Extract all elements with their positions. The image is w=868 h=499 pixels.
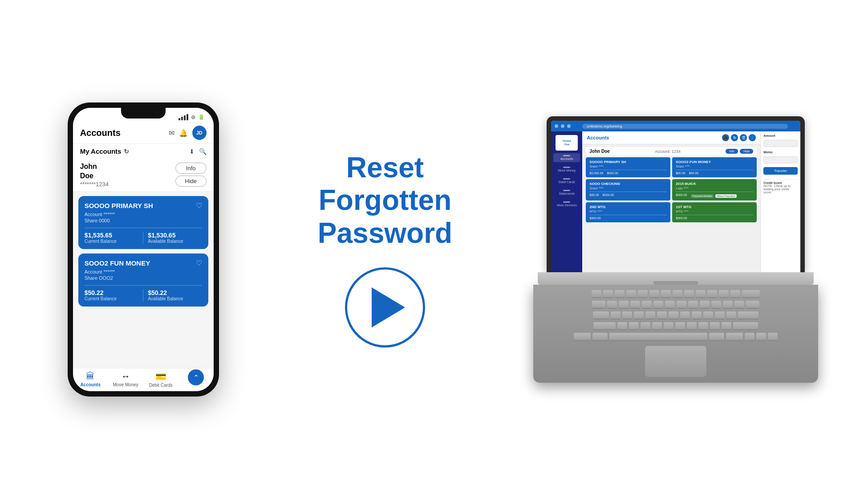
center-section: Reset Forgotten Password [292,151,479,348]
bottom-nav: 🏛 Accounts ↔ Move Money 💳 Debit Cards ⌃ [73,368,214,391]
account-card-primary[interactable]: SOOOO PRIMARY SH ♡ Account ****** Share … [78,196,208,249]
tile-balances-2: $00.00 $000.00 [589,192,667,196]
title-line-2: Forgotten [318,184,452,217]
current-balance-label-1: Current Balance [85,239,139,244]
banking-content: UnitedOne Accounts Move Money Debit [551,131,800,272]
user-account-number: *******1234 [80,181,109,188]
available-balance-amount-2: $50.22 [148,289,202,296]
move-money-nav-icon: ↔ [121,371,130,381]
email-icon[interactable]: ✉ [169,129,174,137]
banking-main-header: Accounts ⬛ ↻ ☰ 👤 [582,131,760,144]
nav-move-money[interactable]: ↔ Move Money [108,371,143,388]
laptop-keyboard [533,285,818,383]
sidebar-statements-label: Statements [559,192,575,195]
sidebar-accounts[interactable]: Accounts [553,153,580,162]
keyboard-row-5 [574,333,778,341]
amount-label: Amount [763,134,798,137]
move-money-nav-label: Move Money [113,382,138,387]
tile-1st-mtg[interactable]: 1ST MTG MTG **** $000.00 [672,202,757,222]
bell-icon[interactable]: 🔔 [179,129,188,137]
download-icon[interactable]: ⬇ [189,148,195,155]
sidebar-more[interactable]: More Services [553,200,580,209]
tile-primary-sh[interactable]: SOOOO PRIMARY SH Share **** $0,000.00 $0… [586,157,670,177]
header-refresh-icon[interactable]: ↻ [731,134,738,141]
favorite-icon-2[interactable]: ♡ [196,259,202,267]
accounts-list: SOOOO PRIMARY SH ♡ Account ****** Share … [73,192,214,368]
credit-score-label: Credit Score [763,181,798,184]
browser-dot-2 [561,124,564,128]
phone-mockup: ⊜ 🔋 Accounts ✉ 🔔 JD My Accounts ↻ [59,102,228,397]
hide-button[interactable]: Hide [175,176,207,187]
laptop-mockup: unitedone.org/banking UnitedOne Accounts [542,116,809,383]
user-row-actions: Info Hide [726,149,753,154]
scroll-up-icon[interactable]: ⌃ [188,369,204,385]
available-balance-col-1: $1,530.65 Available Balance [143,232,202,244]
sidebar-statements[interactable]: Statements [553,188,580,197]
header-icons: ✉ 🔔 JD [169,126,207,140]
title-line-1: Reset [318,151,452,184]
search-icon[interactable]: 🔍 [199,148,207,155]
available-balance-label-2: Available Balance [148,296,202,301]
header-search-icon[interactable]: ⬛ [722,134,729,141]
memo-input[interactable] [763,156,798,164]
tile-2nd-mtg[interactable]: 2ND MTG MTG **** $000.00 [586,202,670,222]
sidebar-move-money[interactable]: Move Money [553,165,580,174]
payment-buttons: Payment Details Make Payment [691,194,737,198]
keyboard-row-3 [593,311,758,319]
credit-score-section: Credit Score NOTE: Check up to leading y… [763,179,798,194]
avatar[interactable]: JD [192,126,207,140]
available-balance-col-2: $50.22 Available Balance [143,289,202,301]
banking-sidebar: UnitedOne Accounts Move Money Debit [551,131,582,272]
user-info: JohnDoe *******1234 [80,162,109,188]
accounts-nav-icon: 🏛 [86,371,95,381]
amount-input[interactable] [763,140,798,147]
tile-fun-money[interactable]: SOOO2 FUN MONEY Share **** $00.00 $00.00 [672,157,757,177]
sub-header: My Accounts ↻ ⬇ 🔍 [73,144,214,159]
user-row: JohnDoe *******1234 Info Hide [73,159,214,192]
tile-buick[interactable]: 2015 BUICK Loan **** $000.00 Payment Det… [672,179,757,200]
account-label-1: Account ****** [85,212,202,217]
play-button[interactable] [345,267,425,348]
sidebar-debit-cards[interactable]: Debit Cards [553,176,580,185]
nav-accounts[interactable]: 🏛 Accounts [73,371,108,388]
battery-icon: 🔋 [198,114,205,120]
accounts-nav-label: Accounts [80,382,101,387]
refresh-icon[interactable]: ↻ [124,148,129,155]
account-card-fun-money[interactable]: SOOO2 FUN MONEY ♡ Account ****** Share O… [78,254,208,307]
sidebar-more-label: More Services [557,204,577,207]
phone-notch [121,108,166,119]
info-button[interactable]: Info [175,163,207,174]
current-balance-label-2: Current Balance [85,296,139,301]
hide-btn-desktop[interactable]: Hide [740,149,753,154]
debit-cards-nav-label: Debit Cards [149,383,173,388]
favorite-icon-1[interactable]: ♡ [196,201,202,210]
banking-account-num: Account: 1234 [655,149,681,154]
signal-bars-icon [178,114,188,120]
sidebar-move-money-label: Move Money [558,169,576,172]
available-balance-amount-1: $1,530.65 [148,232,202,239]
tile-balances-5: $000.00 [676,215,753,220]
banking-user-name: John Doe [589,149,610,154]
header-user-icon[interactable]: 👤 [749,134,756,141]
sidebar-debit-label: Debit Cards [559,180,575,184]
banking-header-title: Accounts [587,135,609,140]
banking-main-content: John Doe Account: 1234 Info Hide [582,144,760,272]
nav-debit-cards[interactable]: 💳 Debit Cards [143,371,178,388]
nav-up-button[interactable]: ⌃ [178,371,214,388]
share-label-2: Share OOO2 [85,275,202,281]
info-btn-desktop[interactable]: Info [726,149,738,154]
title-line-3: Password [318,217,452,250]
account-label-2: Account ****** [85,269,202,274]
browser-url-bar[interactable]: unitedone.org/banking [582,124,788,129]
header-menu-icon[interactable]: ☰ [740,134,747,141]
trackpad[interactable] [645,345,707,377]
app-header: Accounts ✉ 🔔 JD [73,122,214,144]
transfer-button[interactable]: Transfer [763,167,798,175]
tile-checking[interactable]: SOOO CHECKING Share **** $00.00 $000.00 [586,179,670,200]
keyboard-row-4 [593,322,758,330]
share-label-1: Share 0000 [85,218,202,223]
payment-details-btn[interactable]: Payment Details [691,194,714,198]
browser-dot-3 [567,124,571,128]
balance-row-2: $50.22 Current Balance $50.22 Available … [85,285,202,301]
make-payment-btn[interactable]: Make Payment [715,194,737,198]
